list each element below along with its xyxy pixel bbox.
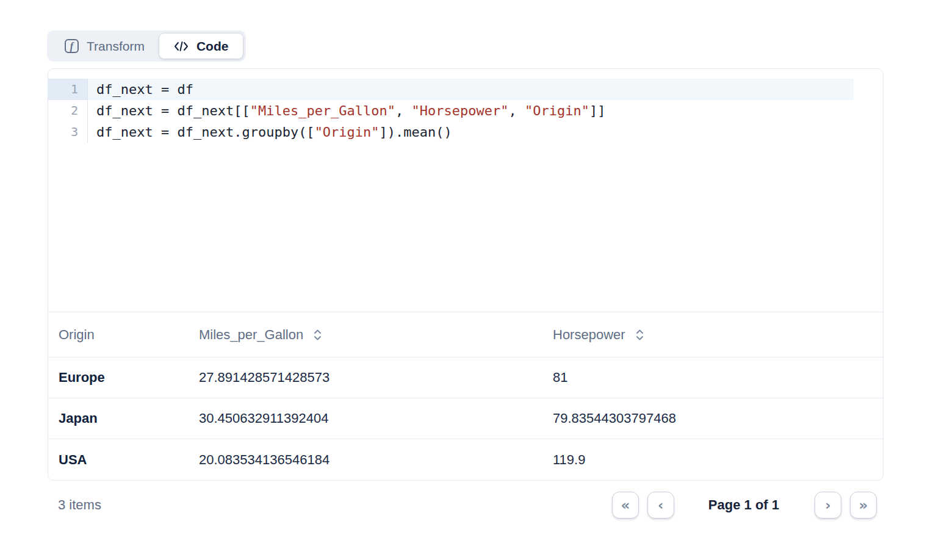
table-footer: 3 items « ‹ Page 1 of 1 › » (48, 481, 884, 529)
code-text: df_next = df_next.groupby(["Origin"]).me… (88, 121, 854, 143)
code-line[interactable]: 3 df_next = df_next.groupby(["Origin"]).… (48, 121, 883, 143)
cell-miles-per-gallon: 30.450632911392404 (199, 411, 553, 426)
tab-code-label: Code (196, 39, 229, 54)
cell-origin: USA (48, 452, 199, 468)
previous-page-button[interactable]: ‹ (647, 492, 674, 519)
table-row: Japan 30.450632911392404 79.835443037974… (48, 398, 883, 439)
table-header: Origin Miles_per_Gallon Horsepower (48, 312, 883, 357)
function-icon: f (65, 39, 79, 53)
table-row: USA 20.083534136546184 119.9 (48, 439, 883, 481)
first-page-button[interactable]: « (612, 492, 639, 519)
cell-miles-per-gallon: 27.891428571428573 (199, 370, 553, 386)
items-count: 3 items (58, 497, 101, 513)
code-line[interactable]: 2 df_next = df_next[["Miles_per_Gallon",… (48, 100, 883, 121)
last-page-button[interactable]: » (850, 492, 877, 519)
tab-transform[interactable]: f Transform (50, 34, 159, 59)
cell-miles-per-gallon: 20.083534136546184 (199, 452, 553, 468)
code-icon (174, 41, 189, 52)
tab-code[interactable]: Code (159, 34, 243, 59)
cell-horsepower: 79.83544303797468 (553, 411, 883, 426)
line-number: 2 (48, 100, 88, 121)
sort-icon[interactable] (313, 328, 322, 342)
tab-transform-label: Transform (87, 39, 145, 54)
table-row: Europe 27.891428571428573 81 (48, 357, 883, 398)
line-number: 1 (48, 79, 88, 100)
sort-icon[interactable] (635, 328, 644, 342)
line-number: 3 (48, 121, 88, 143)
next-page-button[interactable]: › (815, 492, 841, 519)
cell-origin: Europe (48, 370, 199, 386)
code-text: df_next = df (96, 82, 193, 97)
view-tabs: f Transform Code (47, 31, 246, 62)
column-header-origin: Origin (48, 327, 199, 343)
column-header-miles-per-gallon[interactable]: Miles_per_Gallon (199, 327, 553, 343)
cell-horsepower: 81 (553, 370, 883, 386)
code-text: df_next = df_next[["Miles_per_Gallon", "… (88, 100, 854, 121)
pagination: « ‹ Page 1 of 1 › » (612, 492, 877, 519)
code-panel-card: 1 df_next = df 2 df_next = df_next[["Mil… (48, 68, 884, 481)
cell-horsepower: 119.9 (553, 452, 883, 468)
cell-origin: Japan (48, 411, 199, 426)
code-editor[interactable]: 1 df_next = df 2 df_next = df_next[["Mil… (48, 69, 883, 312)
data-widget: f Transform Code 1 df_next = df 2 df_ne (0, 0, 925, 560)
code-line[interactable]: 1 df_next = df (48, 79, 883, 100)
page-indicator: Page 1 of 1 (708, 497, 779, 513)
column-header-horsepower[interactable]: Horsepower (553, 327, 883, 343)
